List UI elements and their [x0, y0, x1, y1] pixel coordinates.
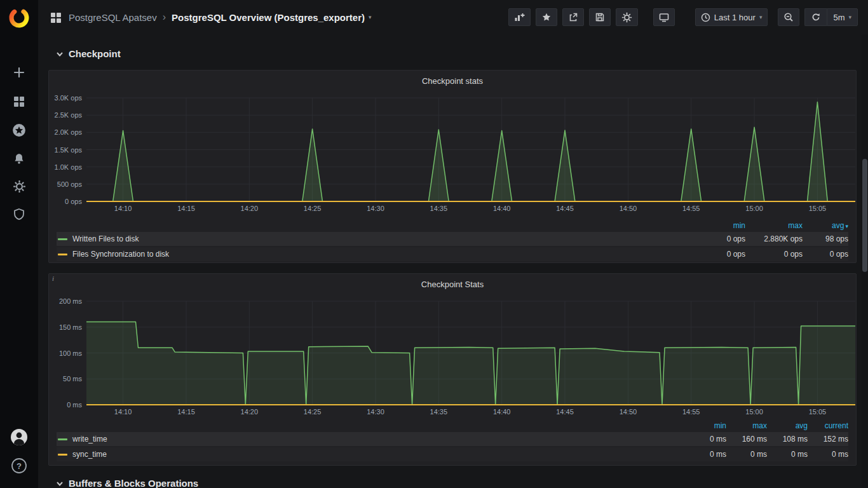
section-title: Checkpoint: [69, 48, 121, 59]
refresh-controls: 5m ▾: [804, 8, 858, 26]
svg-text:15:05: 15:05: [809, 408, 827, 416]
refresh-caret-icon: ▾: [848, 14, 851, 20]
svg-text:14:20: 14:20: [241, 408, 259, 416]
svg-text:150 ms: 150 ms: [59, 323, 83, 331]
add-panel-button[interactable]: [508, 8, 531, 26]
cycle-view-mode-button[interactable]: [653, 8, 675, 26]
svg-text:15:00: 15:00: [745, 205, 763, 212]
zoom-out-time-button[interactable]: [778, 8, 799, 26]
stat-current: 152 ms: [808, 435, 848, 444]
series-color-dash: [58, 238, 67, 240]
legend-col-avg[interactable]: avg: [767, 421, 808, 430]
user-avatar[interactable]: [0, 428, 38, 446]
scrollbar-thumb[interactable]: [862, 159, 867, 272]
scrollbar-track[interactable]: [862, 34, 868, 488]
save-dashboard-button[interactable]: [589, 8, 611, 26]
grafana-logo[interactable]: [0, 6, 38, 29]
svg-text:14:45: 14:45: [556, 408, 574, 416]
panel-checkpoint-stats-ms: i Checkpoint Stats 0 ms50 ms100 ms150 ms…: [48, 273, 857, 466]
svg-text:2.5K ops: 2.5K ops: [55, 111, 83, 119]
svg-text:100 ms: 100 ms: [59, 349, 83, 357]
dashboard-title[interactable]: PostgreSQL Overview (Postgres_exporter): [172, 12, 365, 23]
stat-min: 0 ms: [686, 435, 726, 444]
configuration-gear-icon[interactable]: [0, 180, 38, 193]
svg-text:14:35: 14:35: [430, 205, 448, 212]
server-admin-shield-icon[interactable]: [0, 208, 38, 221]
legend-row-write-time: write_time 0 ms 160 ms 108 ms 152 ms: [57, 432, 848, 446]
svg-text:14:50: 14:50: [620, 205, 637, 212]
legend-header-row: min max avg▾: [57, 220, 848, 231]
legend-col-max[interactable]: max: [726, 421, 767, 430]
svg-text:2.0K ops: 2.0K ops: [55, 128, 83, 136]
stat-max: 0 ops: [745, 250, 803, 259]
stat-min: 0 ops: [688, 250, 745, 259]
panel-title[interactable]: Checkpoint Stats: [49, 278, 856, 291]
title-caret-icon[interactable]: ▾: [369, 14, 372, 20]
breadcrumb-folder[interactable]: PostgreSQL Apatsev: [69, 12, 157, 23]
create-add-icon[interactable]: [0, 66, 38, 79]
dashboard-grid-icon[interactable]: [50, 11, 62, 24]
refresh-button[interactable]: [804, 8, 827, 26]
panel-info-icon[interactable]: i: [52, 274, 54, 282]
svg-text:15:05: 15:05: [809, 205, 827, 212]
svg-text:14:55: 14:55: [682, 205, 700, 212]
time-range-picker[interactable]: Last 1 hour ▾: [695, 8, 768, 26]
svg-text:14:40: 14:40: [493, 408, 511, 416]
dashboards-icon[interactable]: [0, 95, 38, 108]
stat-min: 0 ms: [686, 450, 726, 459]
svg-text:200 ms: 200 ms: [59, 297, 83, 305]
sidebar: ?: [0, 0, 38, 488]
legend-col-min[interactable]: min: [688, 221, 745, 230]
legend: min max avg current write_time 0 ms 160 …: [49, 420, 856, 465]
chevron-down-icon: [56, 50, 64, 58]
svg-text:14:55: 14:55: [682, 408, 700, 416]
share-dashboard-button[interactable]: [562, 8, 584, 26]
legend-col-avg[interactable]: avg▾: [803, 221, 848, 230]
svg-text:1.5K ops: 1.5K ops: [55, 146, 83, 154]
series-color-dash: [58, 454, 67, 456]
svg-text:14:50: 14:50: [620, 408, 637, 416]
svg-text:1.0K ops: 1.0K ops: [55, 163, 83, 171]
refresh-interval-label: 5m: [833, 13, 844, 22]
checkpoint-stats-graph[interactable]: 0 ops500 ops1.0K ops1.5K ops2.0K ops2.5K…: [49, 92, 856, 219]
chevron-down-icon: [56, 479, 64, 488]
star-dashboard-button[interactable]: [536, 8, 557, 26]
svg-text:14:15: 14:15: [177, 408, 195, 416]
legend-row-written-files: Written Files to disk 0 ops 2.880K ops 9…: [57, 232, 848, 246]
navbar-actions: Last 1 hour ▾ 5m ▾: [503, 8, 858, 26]
dashboard-settings-button[interactable]: [616, 8, 638, 26]
breadcrumb-separator-icon: ›: [163, 11, 166, 23]
checkpoint-stats-ms-graph[interactable]: 0 ms50 ms100 ms150 ms200 ms14:1014:1514:…: [49, 295, 856, 419]
svg-text:500 ops: 500 ops: [57, 180, 83, 188]
svg-text:14:25: 14:25: [304, 408, 322, 416]
stat-avg: 0 ops: [803, 250, 848, 259]
svg-text:14:40: 14:40: [493, 205, 511, 212]
time-range-caret-icon: ▾: [759, 14, 763, 20]
refresh-interval-dropdown[interactable]: 5m ▾: [827, 8, 858, 26]
series-color-dash: [58, 438, 67, 440]
legend-col-min[interactable]: min: [686, 421, 726, 430]
explore-icon[interactable]: [0, 123, 38, 137]
legend-row-sync-time: sync_time 0 ms 0 ms 0 ms 0 ms: [57, 447, 848, 461]
series-label[interactable]: Files Synchronization to disk: [72, 250, 169, 259]
help-icon[interactable]: ?: [0, 458, 38, 474]
svg-text:15:00: 15:00: [745, 408, 763, 416]
panel-title[interactable]: Checkpoint stats: [49, 75, 856, 88]
stat-min: 0 ops: [688, 234, 745, 243]
series-color-dash: [58, 254, 67, 255]
section-row-checkpoint[interactable]: Checkpoint: [56, 48, 121, 59]
legend: min max avg▾ Written Files to disk 0 ops…: [49, 220, 856, 265]
sort-caret-icon: ▾: [845, 223, 848, 229]
section-row-buffers[interactable]: Buffers & Blocks Operations: [56, 478, 198, 488]
svg-text:14:35: 14:35: [430, 408, 448, 416]
panel-checkpoint-stats: Checkpoint stats 0 ops500 ops1.0K ops1.5…: [48, 70, 857, 263]
legend-col-max[interactable]: max: [745, 221, 803, 230]
svg-text:0 ops: 0 ops: [65, 198, 82, 205]
legend-col-current[interactable]: current: [808, 421, 848, 430]
alerting-bell-icon[interactable]: [0, 152, 38, 165]
stat-avg: 108 ms: [767, 435, 808, 444]
svg-text:0 ms: 0 ms: [67, 401, 82, 409]
series-label[interactable]: sync_time: [72, 450, 107, 459]
series-label[interactable]: Written Files to disk: [72, 234, 139, 243]
series-label[interactable]: write_time: [72, 435, 107, 444]
